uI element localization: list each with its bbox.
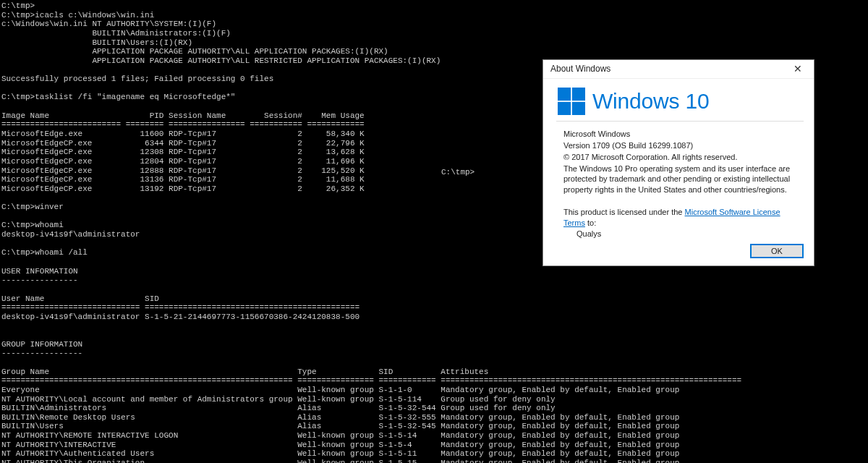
svg-rect-0: [558, 88, 571, 101]
windows-logo-icon: [558, 88, 585, 115]
svg-rect-2: [558, 102, 571, 115]
trademark-line: The Windows 10 Pro operating system and …: [563, 163, 804, 196]
license-suffix: to:: [585, 218, 596, 227]
dialog-titlebar[interactable]: About Windows ✕: [543, 60, 814, 79]
copyright-line: © 2017 Microsoft Corporation. All rights…: [563, 152, 804, 163]
version-info: Microsoft Windows Version 1709 (OS Build…: [556, 129, 804, 195]
svg-rect-3: [572, 102, 585, 115]
licensee-name: Qualys: [563, 229, 804, 239]
dialog-body: Windows 10 Microsoft Windows Version 170…: [543, 79, 814, 245]
license-prefix: This product is licensed under the: [563, 208, 685, 216]
terminal-prompt-right[interactable]: C:\tmp>: [441, 168, 475, 177]
version-line: Version 1709 (OS Build 16299.1087): [563, 140, 804, 151]
windows-brand-text: Windows 10: [592, 89, 709, 114]
about-windows-dialog: About Windows ✕ Windows 10 Microsoft Win…: [542, 59, 814, 266]
license-info: This product is licensed under the Micro…: [556, 207, 804, 239]
dialog-title: About Windows: [550, 64, 786, 75]
ms-windows-line: Microsoft Windows: [563, 129, 804, 140]
ok-button[interactable]: OK: [750, 244, 804, 258]
close-icon[interactable]: ✕: [786, 62, 809, 77]
windows-brand: Windows 10: [556, 86, 804, 122]
svg-rect-1: [572, 88, 585, 101]
